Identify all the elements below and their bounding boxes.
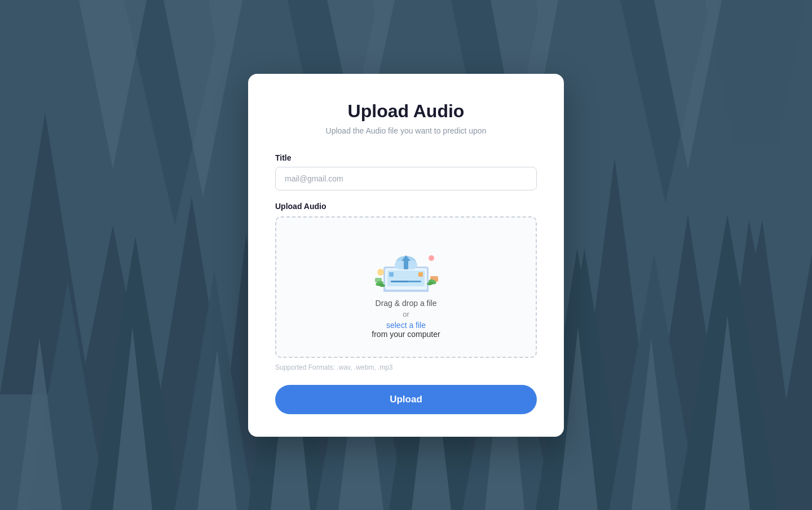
- from-computer-text: from your computer: [372, 330, 440, 339]
- drop-or-text: or: [403, 310, 409, 318]
- title-form-group: Title: [275, 153, 537, 190]
- svg-point-57: [429, 255, 434, 261]
- svg-rect-65: [418, 272, 423, 277]
- upload-illustration: [369, 236, 443, 292]
- svg-rect-67: [391, 281, 408, 282]
- select-file-link[interactable]: select a file: [386, 321, 426, 330]
- upload-button[interactable]: Upload: [275, 385, 537, 414]
- svg-point-56: [377, 269, 384, 276]
- modal-header: Upload Audio Upload the Audio file you w…: [275, 101, 537, 135]
- drop-text: Drag & drop a file: [376, 299, 437, 308]
- upload-audio-section: Upload Audio: [275, 202, 537, 371]
- title-label: Title: [275, 153, 537, 162]
- upload-modal: Upload Audio Upload the Audio file you w…: [248, 74, 564, 437]
- supported-formats-text: Supported Formats: .wav, .webm, .mp3: [275, 363, 537, 371]
- title-input[interactable]: [275, 167, 537, 190]
- svg-rect-64: [389, 272, 394, 277]
- upload-audio-label: Upload Audio: [275, 202, 537, 211]
- drop-zone[interactable]: Drag & drop a file or select a file from…: [275, 216, 537, 358]
- modal-subtitle: Upload the Audio file you want to predic…: [275, 126, 537, 135]
- modal-title: Upload Audio: [275, 101, 537, 122]
